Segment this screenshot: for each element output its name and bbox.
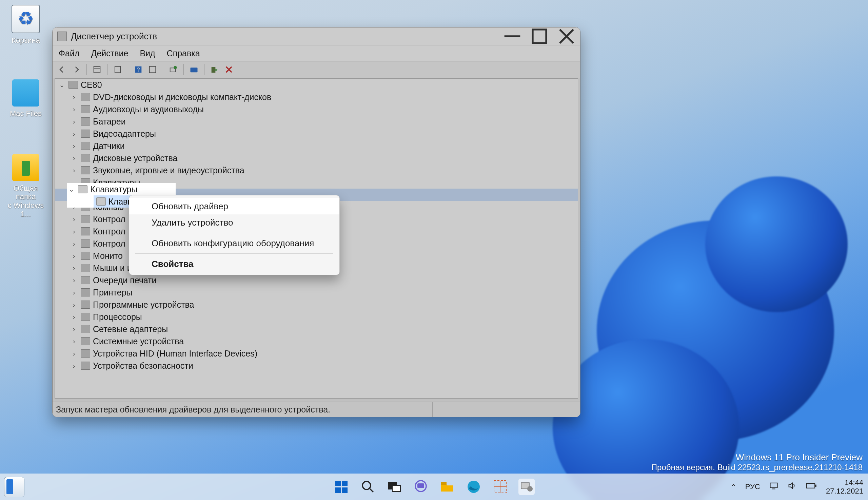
tray-overflow-button[interactable]: ⌃ [731,483,737,491]
tree-category-label: Сетевые адаптеры [93,324,168,334]
search-button[interactable] [360,479,376,495]
expand-icon[interactable]: › [70,289,78,296]
maximize-button[interactable] [526,27,553,45]
desktop-icon-shared-folder[interactable]: Общая папка с Windows 1... [3,154,49,218]
expand-icon[interactable]: › [70,338,78,345]
expand-icon[interactable]: › [70,264,78,272]
collapse-icon[interactable]: ⌄ [58,81,66,89]
volume-icon[interactable] [787,481,797,492]
widgets-button[interactable] [4,477,24,497]
menu-file[interactable]: Файл [59,48,79,58]
menu-view[interactable]: Вид [140,48,155,58]
expand-icon[interactable]: › [70,240,78,248]
ctx-scan-hardware[interactable]: Обновить конфигурацию оборудования [129,235,339,251]
device-category-icon [81,142,90,150]
svg-rect-9 [150,67,156,73]
computer-icon [69,81,78,89]
expand-icon[interactable]: › [70,105,78,113]
titlebar[interactable]: Диспетчер устройств [53,27,580,45]
tree-category[interactable]: ›Программные устройства [55,298,578,311]
expand-icon[interactable]: › [70,276,78,284]
tree-category[interactable]: ›Системные устройства [55,335,578,347]
expand-icon[interactable]: › [70,325,78,333]
expand-icon[interactable]: › [70,118,78,125]
file-explorer-button[interactable] [439,479,455,495]
tree-category[interactable]: ›Устройства HID (Human Interface Devices… [55,347,578,360]
tree-root[interactable]: ⌄ CE80 [55,79,578,91]
collapse-icon[interactable]: ⌄ [70,179,78,186]
device-manager-taskbar-button[interactable] [518,479,535,495]
tree-category[interactable]: ›Звуковые, игровые и видеоустройства [55,164,578,177]
tree-category[interactable]: ›Принтеры [55,286,578,298]
status-text: Запуск мастера обновления драйверов для … [56,405,330,414]
scan-hardware-button[interactable] [167,64,180,76]
tree-category[interactable]: ›Устройства безопасности [55,360,578,372]
minimize-button[interactable] [499,27,526,45]
statusbar: Запуск мастера обновления драйверов для … [53,402,580,417]
tree-category[interactable]: ›Батареи [55,115,578,127]
enable-device-button[interactable] [209,64,221,76]
back-button[interactable] [56,64,68,76]
desktop-icon-label: Корзина [3,36,49,44]
expand-icon[interactable]: › [70,203,78,211]
tree-category[interactable]: ›Видеоадаптеры [55,127,578,140]
desktop-icon-mac-files[interactable]: Mac Files [3,79,49,118]
separator [135,253,333,254]
ctx-update-driver[interactable]: Обновить драйвер [129,198,339,214]
expand-icon[interactable]: › [70,167,78,174]
expand-icon[interactable]: › [70,93,78,101]
properties-button[interactable] [112,64,124,76]
expand-icon[interactable]: › [70,228,78,236]
device-category-icon [81,227,90,236]
expand-icon[interactable]: › [70,301,78,309]
folder-icon [12,79,39,106]
language-indicator[interactable]: РУС [745,482,760,491]
tray-display-icon[interactable] [769,481,778,492]
expand-icon[interactable]: › [70,313,78,321]
tree-category[interactable]: ›DVD-дисководы и дисководы компакт-диско… [55,91,578,103]
expand-icon[interactable]: › [70,362,78,370]
ctx-uninstall-device[interactable]: Удалить устройство [129,214,339,231]
app-icon [57,32,67,41]
svg-rect-18 [335,487,341,493]
show-hide-tree-button[interactable] [91,64,103,76]
device-category-icon [81,203,90,211]
expand-icon[interactable]: › [70,142,78,150]
tree-category[interactable]: ›Дисковые устройства [55,152,578,164]
snipping-tool-button[interactable] [492,479,508,495]
expand-icon[interactable]: › [70,154,78,162]
update-driver-button[interactable] [188,64,200,76]
menu-help[interactable]: Справка [167,48,200,58]
keyboard-icon [81,179,90,186]
svg-rect-26 [441,482,447,485]
tree-category[interactable]: ›Сетевые адаптеры [55,323,578,335]
chat-button[interactable] [413,479,429,495]
close-button[interactable] [553,27,580,45]
clock[interactable]: 14:44 27.12.2021 [826,478,863,496]
tree-root-label: CE80 [81,80,102,90]
tree-category[interactable]: ›Аудиовходы и аудиовыходы [55,103,578,115]
tree-category[interactable]: ›Процессоры [55,311,578,323]
tree-category[interactable]: ›Датчики [55,140,578,152]
device-category-icon [81,313,90,321]
start-button[interactable] [333,479,350,495]
tree-category[interactable]: ›Очереди печати [55,274,578,286]
window-title: Диспетчер устройств [71,31,157,42]
menu-action[interactable]: Действие [91,48,128,58]
svg-rect-1 [533,30,546,43]
expand-icon[interactable]: › [70,252,78,260]
action-button[interactable] [147,64,159,76]
ctx-properties[interactable]: Свойства [129,256,339,272]
tree-category-label: Батареи [93,117,126,126]
expand-icon[interactable]: › [70,350,78,357]
help-button[interactable]: ? [132,64,144,76]
desktop-icon-recycle-bin[interactable]: Корзина [3,5,49,44]
battery-icon[interactable] [806,481,817,492]
tree-category-keyboards[interactable]: ⌄ Клавиатуры [55,177,578,189]
forward-button[interactable] [70,64,82,76]
uninstall-device-button[interactable] [223,64,235,76]
expand-icon[interactable]: › [70,215,78,223]
expand-icon[interactable]: › [70,130,78,138]
edge-button[interactable] [465,479,482,495]
task-view-button[interactable] [386,479,403,495]
